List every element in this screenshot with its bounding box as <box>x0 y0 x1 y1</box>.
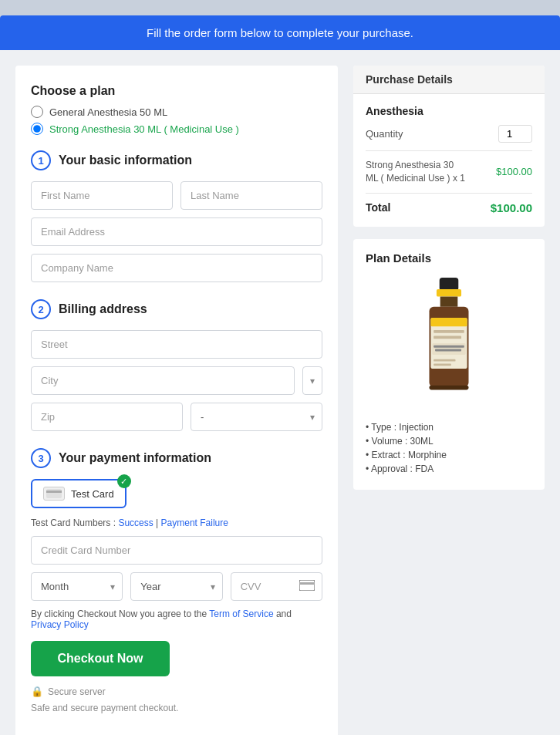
step1-header: 1 Your basic information <box>31 150 322 170</box>
name-row <box>31 181 322 210</box>
spec-3: Extract : Morphine <box>366 450 532 460</box>
purchase-details-title: Purchase Details <box>353 66 545 94</box>
left-column: Choose a plan General Anesthesia 50 ML S… <box>15 66 338 735</box>
lock-icon: 🔒 <box>31 686 43 697</box>
test-card-note: Test Card Numbers : Success | Payment Fa… <box>31 518 322 528</box>
street-row <box>31 330 322 359</box>
terms-before: By clicking Checkout Now you agree to th… <box>31 609 209 619</box>
plan-label-2: Strong Anesthesia 30 ML ( Medicinal Use … <box>49 123 239 135</box>
quantity-input[interactable] <box>498 125 532 143</box>
plan-radio-2[interactable] <box>31 123 43 135</box>
year-select[interactable]: Year 202420252026 202720282029 <box>130 572 222 601</box>
spec-1: Type : Injection <box>366 422 532 433</box>
spec-2: Volume : 30ML <box>366 436 532 447</box>
privacy-link[interactable]: Privacy Policy <box>31 619 89 630</box>
country-select[interactable]: Country <box>302 366 322 395</box>
svg-rect-16 <box>433 363 451 366</box>
svg-rect-3 <box>299 582 315 585</box>
first-name-input[interactable] <box>31 181 173 210</box>
card-option[interactable]: Test Card ✓ <box>31 479 127 508</box>
step3-circle: 3 <box>31 448 51 468</box>
total-row: Total $100.00 <box>366 201 532 214</box>
purchase-details-box: Purchase Details Anesthesia Quantity Str… <box>353 66 545 227</box>
plan-details-list: Type : Injection Volume : 30ML Extract :… <box>366 422 532 474</box>
total-label: Total <box>366 201 390 214</box>
cc-number-input[interactable] <box>31 536 322 565</box>
cvv-card-icon <box>299 580 315 594</box>
month-select-wrapper: Month 010203 040506 070809 101112 <box>31 572 123 601</box>
card-label: Test Card <box>71 488 114 500</box>
svg-rect-14 <box>435 349 461 351</box>
checkout-button[interactable]: Checkout Now <box>31 641 170 676</box>
month-select[interactable]: Month 010203 040506 070809 101112 <box>31 572 123 601</box>
step2-header: 2 Billing address <box>31 299 322 319</box>
svg-rect-5 <box>437 289 461 296</box>
page-wrapper: Fill the order form below to complete yo… <box>0 15 560 735</box>
plan-title: Choose a plan <box>31 84 322 98</box>
company-row <box>31 254 322 282</box>
state-select[interactable]: - <box>191 403 322 431</box>
plan-option-2: Strong Anesthesia 30 ML ( Medicinal Use … <box>31 123 322 135</box>
secure-row: 🔒 Secure server <box>31 686 322 697</box>
divider-1 <box>366 150 532 151</box>
content-area: Choose a plan General Anesthesia 50 ML S… <box>0 50 560 735</box>
plan-section: Choose a plan General Anesthesia 50 ML S… <box>31 84 322 135</box>
spec-4: Approval : FDA <box>366 464 532 474</box>
svg-rect-12 <box>432 343 465 355</box>
cc-row <box>31 536 322 565</box>
success-link[interactable]: Success <box>118 518 153 528</box>
item-price: $100.00 <box>496 166 532 177</box>
secure-text: Secure server <box>48 686 106 697</box>
step1-circle: 1 <box>31 150 51 170</box>
banner-text: Fill the order form below to complete yo… <box>147 26 413 39</box>
step2-circle: 2 <box>31 299 51 319</box>
city-input[interactable] <box>31 366 295 395</box>
tos-link[interactable]: Term of Service <box>209 609 273 619</box>
payment-section: 3 Your payment information Test Card ✓ <box>31 448 322 714</box>
divider-2 <box>366 193 532 194</box>
safe-text: Safe and secure payment checkout. <box>31 700 322 714</box>
basic-info-section: 1 Your basic information <box>31 150 322 282</box>
year-select-wrapper: Year 202420252026 202720282029 <box>130 572 222 601</box>
svg-rect-15 <box>433 359 455 361</box>
svg-rect-4 <box>440 278 459 291</box>
zip-input[interactable] <box>31 403 183 431</box>
street-input[interactable] <box>31 330 322 359</box>
top-banner: Fill the order form below to complete yo… <box>0 15 560 50</box>
svg-rect-11 <box>433 335 461 339</box>
right-column: Purchase Details Anesthesia Quantity Str… <box>353 66 545 735</box>
svg-rect-13 <box>433 345 464 347</box>
svg-rect-10 <box>433 330 464 333</box>
item-row: Strong Anesthesia 30 ML ( Medicinal Use … <box>366 159 532 185</box>
plan-details-box: Plan Details <box>353 239 545 490</box>
terms-text: By clicking Checkout Now you agree to th… <box>31 609 322 630</box>
failure-link[interactable]: Payment Failure <box>161 518 228 528</box>
svg-rect-6 <box>440 296 458 306</box>
plan-option-1: General Anesthesia 50 ML <box>31 106 322 118</box>
last-name-input[interactable] <box>180 181 322 210</box>
company-input[interactable] <box>31 254 322 282</box>
plan-details-title: Plan Details <box>366 251 532 265</box>
product-name: Anesthesia <box>366 105 532 117</box>
email-input[interactable] <box>31 217 322 246</box>
total-value: $100.00 <box>491 201 532 214</box>
terms-middle: and <box>276 609 292 619</box>
test-card-label: Test Card Numbers : <box>31 518 116 528</box>
step2-title: Billing address <box>59 302 147 316</box>
state-select-wrapper: - <box>191 403 322 431</box>
country-select-wrapper: Country <box>302 366 322 395</box>
plan-label-1: General Anesthesia 50 ML <box>49 106 167 118</box>
svg-rect-1 <box>46 491 62 493</box>
svg-rect-9 <box>430 318 467 326</box>
cvv-wrapper <box>231 572 322 601</box>
step1-title: Your basic information <box>59 153 192 167</box>
bottle-image <box>366 274 532 413</box>
svg-rect-0 <box>46 489 62 498</box>
svg-rect-2 <box>299 580 315 591</box>
city-country-row: Country <box>31 366 322 395</box>
billing-section: 2 Billing address Country <box>31 299 322 431</box>
item-label: Strong Anesthesia 30 ML ( Medicinal Use … <box>366 159 466 185</box>
plan-radio-1[interactable] <box>31 106 43 118</box>
svg-rect-17 <box>430 385 469 389</box>
step3-title: Your payment information <box>59 451 211 465</box>
